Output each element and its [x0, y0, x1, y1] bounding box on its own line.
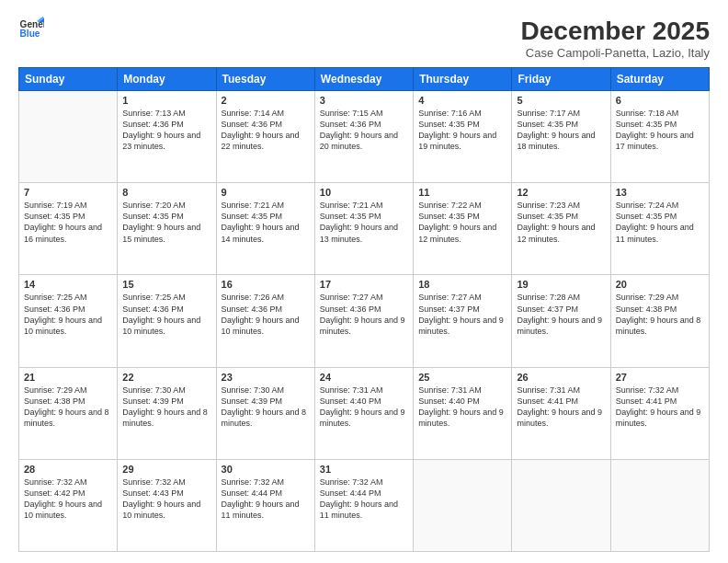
cell-info: Sunrise: 7:25 AMSunset: 4:36 PMDaylight:… — [122, 292, 210, 337]
day-number: 20 — [616, 279, 704, 290]
week-row-1: 1Sunrise: 7:13 AMSunset: 4:36 PMDaylight… — [19, 91, 710, 183]
day-number: 14 — [24, 279, 112, 290]
calendar-cell: 13Sunrise: 7:24 AMSunset: 4:35 PMDayligh… — [610, 183, 709, 275]
calendar-cell: 29Sunrise: 7:32 AMSunset: 4:43 PMDayligh… — [118, 459, 216, 551]
cell-info: Sunrise: 7:25 AMSunset: 4:36 PMDaylight:… — [24, 292, 112, 337]
cell-info: Sunrise: 7:17 AMSunset: 4:35 PMDaylight:… — [517, 108, 605, 153]
cell-info: Sunrise: 7:15 AMSunset: 4:36 PMDaylight:… — [320, 108, 408, 153]
page: General Blue December 2025 Case Campoli-… — [0, 0, 728, 563]
calendar-cell: 18Sunrise: 7:27 AMSunset: 4:37 PMDayligh… — [414, 275, 512, 367]
calendar-cell: 11Sunrise: 7:22 AMSunset: 4:35 PMDayligh… — [414, 183, 512, 275]
cell-info: Sunrise: 7:20 AMSunset: 4:35 PMDaylight:… — [122, 200, 210, 245]
cell-info: Sunrise: 7:31 AMSunset: 4:40 PMDaylight:… — [418, 385, 506, 430]
cell-info: Sunrise: 7:32 AMSunset: 4:43 PMDaylight:… — [122, 477, 210, 522]
day-number: 22 — [122, 372, 210, 383]
day-number: 13 — [616, 187, 704, 198]
calendar-cell: 8Sunrise: 7:20 AMSunset: 4:35 PMDaylight… — [118, 183, 216, 275]
calendar-cell: 26Sunrise: 7:31 AMSunset: 4:41 PMDayligh… — [512, 367, 610, 459]
logo: General Blue — [18, 17, 44, 42]
day-number: 1 — [122, 95, 210, 106]
cell-info: Sunrise: 7:24 AMSunset: 4:35 PMDaylight:… — [616, 200, 704, 245]
cell-info: Sunrise: 7:21 AMSunset: 4:35 PMDaylight:… — [320, 200, 408, 245]
location-subtitle: Case Campoli-Panetta, Lazio, Italy — [521, 46, 710, 60]
cell-info: Sunrise: 7:14 AMSunset: 4:36 PMDaylight:… — [222, 108, 310, 153]
weekday-header-saturday: Saturday — [610, 68, 709, 91]
calendar-cell: 24Sunrise: 7:31 AMSunset: 4:40 PMDayligh… — [314, 367, 413, 459]
day-number: 6 — [616, 95, 704, 106]
calendar-cell: 19Sunrise: 7:28 AMSunset: 4:37 PMDayligh… — [512, 275, 610, 367]
calendar-cell: 4Sunrise: 7:16 AMSunset: 4:35 PMDaylight… — [414, 91, 512, 183]
calendar-cell: 27Sunrise: 7:32 AMSunset: 4:41 PMDayligh… — [610, 367, 709, 459]
cell-info: Sunrise: 7:28 AMSunset: 4:37 PMDaylight:… — [517, 292, 605, 337]
day-number: 17 — [320, 279, 408, 290]
day-number: 27 — [616, 372, 704, 383]
week-row-4: 21Sunrise: 7:29 AMSunset: 4:38 PMDayligh… — [19, 367, 710, 459]
calendar-cell — [512, 459, 610, 551]
calendar-cell: 10Sunrise: 7:21 AMSunset: 4:35 PMDayligh… — [314, 183, 413, 275]
day-number: 4 — [418, 95, 506, 106]
day-number: 10 — [320, 187, 408, 198]
calendar-cell: 17Sunrise: 7:27 AMSunset: 4:36 PMDayligh… — [314, 275, 413, 367]
calendar-cell: 20Sunrise: 7:29 AMSunset: 4:38 PMDayligh… — [610, 275, 709, 367]
calendar-cell: 7Sunrise: 7:19 AMSunset: 4:35 PMDaylight… — [19, 183, 118, 275]
cell-info: Sunrise: 7:29 AMSunset: 4:38 PMDaylight:… — [616, 292, 704, 337]
title-block: December 2025 Case Campoli-Panetta, Lazi… — [521, 17, 710, 60]
week-row-2: 7Sunrise: 7:19 AMSunset: 4:35 PMDaylight… — [19, 183, 710, 275]
calendar-cell: 5Sunrise: 7:17 AMSunset: 4:35 PMDaylight… — [512, 91, 610, 183]
calendar-cell: 1Sunrise: 7:13 AMSunset: 4:36 PMDaylight… — [118, 91, 216, 183]
cell-info: Sunrise: 7:32 AMSunset: 4:44 PMDaylight:… — [320, 477, 408, 522]
cell-info: Sunrise: 7:31 AMSunset: 4:40 PMDaylight:… — [320, 385, 408, 430]
weekday-header-thursday: Thursday — [414, 68, 512, 91]
cell-info: Sunrise: 7:30 AMSunset: 4:39 PMDaylight:… — [222, 385, 310, 430]
calendar-cell: 23Sunrise: 7:30 AMSunset: 4:39 PMDayligh… — [216, 367, 314, 459]
calendar-cell: 28Sunrise: 7:32 AMSunset: 4:42 PMDayligh… — [19, 459, 118, 551]
cell-info: Sunrise: 7:32 AMSunset: 4:44 PMDaylight:… — [222, 477, 310, 522]
day-number: 19 — [517, 279, 605, 290]
calendar-cell: 21Sunrise: 7:29 AMSunset: 4:38 PMDayligh… — [19, 367, 118, 459]
calendar-cell: 3Sunrise: 7:15 AMSunset: 4:36 PMDaylight… — [314, 91, 413, 183]
calendar-cell — [414, 459, 512, 551]
cell-info: Sunrise: 7:27 AMSunset: 4:37 PMDaylight:… — [418, 292, 506, 337]
day-number: 26 — [517, 372, 605, 383]
calendar-cell: 2Sunrise: 7:14 AMSunset: 4:36 PMDaylight… — [216, 91, 314, 183]
cell-info: Sunrise: 7:16 AMSunset: 4:35 PMDaylight:… — [418, 108, 506, 153]
day-number: 21 — [24, 372, 112, 383]
cell-info: Sunrise: 7:31 AMSunset: 4:41 PMDaylight:… — [517, 385, 605, 430]
cell-info: Sunrise: 7:13 AMSunset: 4:36 PMDaylight:… — [122, 108, 210, 153]
calendar-cell — [19, 91, 118, 183]
day-number: 31 — [320, 464, 408, 475]
day-number: 11 — [418, 187, 506, 198]
week-row-3: 14Sunrise: 7:25 AMSunset: 4:36 PMDayligh… — [19, 275, 710, 367]
weekday-header-friday: Friday — [512, 68, 610, 91]
day-number: 9 — [222, 187, 310, 198]
cell-info: Sunrise: 7:22 AMSunset: 4:35 PMDaylight:… — [418, 200, 506, 245]
logo-icon: General Blue — [18, 17, 44, 42]
cell-info: Sunrise: 7:26 AMSunset: 4:36 PMDaylight:… — [222, 292, 310, 337]
calendar-cell: 14Sunrise: 7:25 AMSunset: 4:36 PMDayligh… — [19, 275, 118, 367]
day-number: 23 — [222, 372, 310, 383]
weekday-header-wednesday: Wednesday — [314, 68, 413, 91]
weekday-header-monday: Monday — [118, 68, 216, 91]
day-number: 5 — [517, 95, 605, 106]
day-number: 12 — [517, 187, 605, 198]
calendar-cell: 15Sunrise: 7:25 AMSunset: 4:36 PMDayligh… — [118, 275, 216, 367]
day-number: 18 — [418, 279, 506, 290]
weekday-header-tuesday: Tuesday — [216, 68, 314, 91]
cell-info: Sunrise: 7:19 AMSunset: 4:35 PMDaylight:… — [24, 200, 112, 245]
day-number: 16 — [222, 279, 310, 290]
day-number: 7 — [24, 187, 112, 198]
day-number: 30 — [222, 464, 310, 475]
header: General Blue December 2025 Case Campoli-… — [18, 17, 710, 60]
day-number: 24 — [320, 372, 408, 383]
cell-info: Sunrise: 7:32 AMSunset: 4:41 PMDaylight:… — [616, 385, 704, 430]
calendar-cell: 22Sunrise: 7:30 AMSunset: 4:39 PMDayligh… — [118, 367, 216, 459]
day-number: 28 — [24, 464, 112, 475]
calendar-cell: 16Sunrise: 7:26 AMSunset: 4:36 PMDayligh… — [216, 275, 314, 367]
month-title: December 2025 — [521, 17, 710, 46]
calendar-cell: 31Sunrise: 7:32 AMSunset: 4:44 PMDayligh… — [314, 459, 413, 551]
cell-info: Sunrise: 7:23 AMSunset: 4:35 PMDaylight:… — [517, 200, 605, 245]
svg-text:Blue: Blue — [20, 29, 40, 39]
cell-info: Sunrise: 7:32 AMSunset: 4:42 PMDaylight:… — [24, 477, 112, 522]
calendar-cell: 9Sunrise: 7:21 AMSunset: 4:35 PMDaylight… — [216, 183, 314, 275]
calendar-cell: 30Sunrise: 7:32 AMSunset: 4:44 PMDayligh… — [216, 459, 314, 551]
